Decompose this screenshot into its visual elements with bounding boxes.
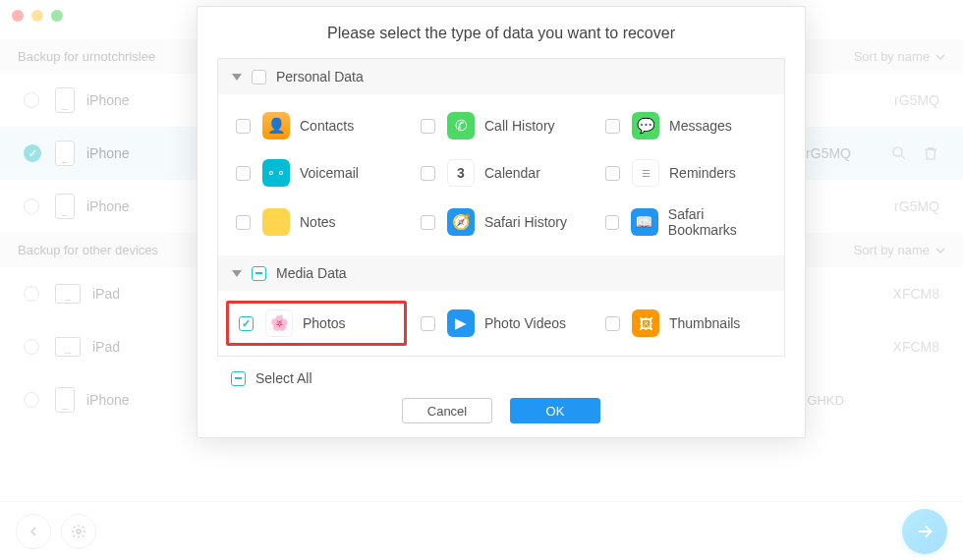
item-call-history[interactable]: ✆ Call History <box>409 102 594 149</box>
reminders-icon: ☰ <box>632 159 659 187</box>
contacts-icon: 👤 <box>262 112 290 140</box>
media-grid: 🌸 Photos ▶ Photo Videos 🖼 Thumbnails <box>218 291 784 356</box>
item-label: Safari Bookmarks <box>668 206 766 238</box>
select-all-row[interactable]: Select All <box>198 357 805 388</box>
checkbox[interactable] <box>421 166 435 181</box>
item-label: Safari History <box>484 214 567 230</box>
thumbnails-icon: 🖼 <box>632 309 659 337</box>
item-contacts[interactable]: 👤 Contacts <box>224 102 409 149</box>
item-label: Call History <box>484 118 555 134</box>
category-label: Personal Data <box>276 69 364 84</box>
item-label: Thumbnails <box>669 315 740 331</box>
item-label: Messages <box>669 118 732 134</box>
checkbox[interactable] <box>236 119 251 134</box>
item-notes[interactable]: Notes <box>224 196 409 248</box>
item-messages[interactable]: 💬 Messages <box>594 102 778 149</box>
recovery-type-modal: Please select the type of data you want … <box>197 6 806 438</box>
item-label: Voicemail <box>300 165 359 181</box>
item-thumbnails[interactable]: 🖼 Thumbnails <box>594 299 778 348</box>
modal-buttons: Cancel OK <box>198 398 805 423</box>
category-panel: Personal Data 👤 Contacts ✆ Call History … <box>217 58 785 357</box>
select-all-label: Select All <box>255 370 312 386</box>
chevron-down-icon <box>232 270 242 277</box>
checkbox[interactable] <box>605 215 619 230</box>
safari-icon: 🧭 <box>447 208 475 236</box>
item-safari-bookmarks[interactable]: 📖 Safari Bookmarks <box>594 196 778 248</box>
cancel-button[interactable]: Cancel <box>402 398 492 423</box>
item-label: Notes <box>300 214 336 230</box>
voicemail-icon: ⚬⚬ <box>262 159 290 187</box>
phone-icon: ✆ <box>447 112 475 140</box>
item-label: Reminders <box>669 165 736 181</box>
messages-icon: 💬 <box>632 112 659 140</box>
select-all-checkbox[interactable] <box>231 371 246 386</box>
modal-title: Please select the type of data you want … <box>198 25 805 42</box>
item-label: Calendar <box>484 165 540 181</box>
photos-icon: 🌸 <box>265 309 293 337</box>
checkbox[interactable] <box>605 119 620 134</box>
checkbox[interactable] <box>605 166 620 181</box>
item-label: Photo Videos <box>484 315 566 331</box>
checkbox[interactable] <box>236 215 251 230</box>
category-header-media[interactable]: Media Data <box>218 255 784 291</box>
item-safari-history[interactable]: 🧭 Safari History <box>409 196 594 248</box>
checkbox-checked[interactable] <box>239 316 254 331</box>
chevron-down-icon <box>232 74 242 81</box>
item-calendar[interactable]: 3 Calendar <box>409 149 594 196</box>
item-label: Contacts <box>300 118 354 134</box>
item-photos[interactable]: 🌸 Photos <box>226 301 407 346</box>
checkbox[interactable] <box>236 166 251 181</box>
item-reminders[interactable]: ☰ Reminders <box>594 149 778 196</box>
checkbox[interactable] <box>605 316 620 331</box>
checkbox-personal[interactable] <box>252 70 266 84</box>
checkbox[interactable] <box>421 215 435 230</box>
checkbox[interactable] <box>421 119 435 134</box>
item-voicemail[interactable]: ⚬⚬ Voicemail <box>224 149 409 196</box>
item-label: Photos <box>303 315 346 331</box>
bookmarks-icon: 📖 <box>631 208 658 236</box>
notes-icon <box>262 208 290 236</box>
checkbox-media[interactable] <box>252 266 266 281</box>
category-label: Media Data <box>276 265 347 281</box>
personal-grid: 👤 Contacts ✆ Call History 💬 Messages ⚬⚬ … <box>218 94 784 255</box>
ok-button[interactable]: OK <box>510 398 600 423</box>
checkbox[interactable] <box>421 316 435 331</box>
photo-videos-icon: ▶ <box>447 309 475 337</box>
category-header-personal[interactable]: Personal Data <box>218 59 784 94</box>
item-photo-videos[interactable]: ▶ Photo Videos <box>409 299 594 348</box>
calendar-icon: 3 <box>447 159 475 187</box>
